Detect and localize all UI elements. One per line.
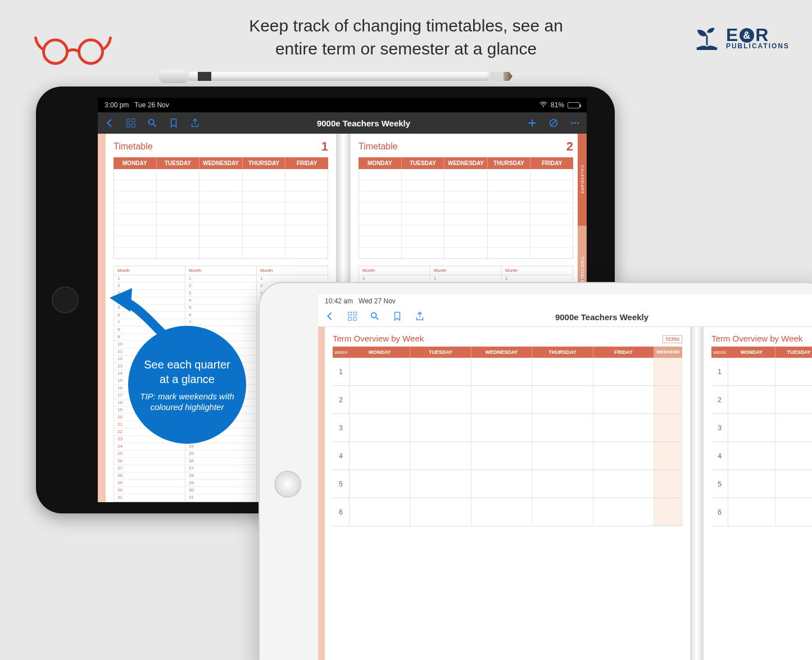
wifi-icon xyxy=(539,101,547,110)
svg-rect-4 xyxy=(132,119,135,122)
share-button[interactable] xyxy=(190,118,200,128)
svg-rect-12 xyxy=(348,312,351,315)
add-button[interactable] xyxy=(527,118,537,128)
col-fri: FRIDAY xyxy=(593,347,654,358)
more-button[interactable] xyxy=(570,118,580,128)
svg-point-16 xyxy=(371,313,376,318)
ipad-silver-screen: 10:42 am Wed 27 Nov 9000e Teachers Weekl… xyxy=(318,294,812,660)
brand-logo: E & R PUBLICATIONS xyxy=(693,25,790,52)
svg-rect-15 xyxy=(353,317,356,320)
app-toolbar: 9000e Teachers Weekly xyxy=(98,112,587,134)
brand-text: E & R PUBLICATIONS xyxy=(726,27,790,49)
col-thu: THURSDAY xyxy=(243,157,286,169)
battery-icon xyxy=(568,102,580,108)
grid-button[interactable] xyxy=(126,118,136,128)
search-button[interactable] xyxy=(370,311,380,323)
brand-sub: PUBLICATIONS xyxy=(726,43,790,49)
brand-r: R xyxy=(755,27,769,43)
col-weekend: WEEKEND xyxy=(654,347,682,358)
headline: Keep track of changing timetables, see a… xyxy=(249,15,563,60)
col-mon: MONDAY xyxy=(350,347,410,358)
page-left-number: 1 xyxy=(321,139,328,154)
page-right-number: 2 xyxy=(566,139,573,154)
col-wed: WEDNESDAY xyxy=(444,157,488,169)
svg-point-2 xyxy=(543,106,544,107)
col-mon: MONDAY xyxy=(359,157,402,169)
col-tue: TUESDAY xyxy=(775,347,812,358)
col-mon: MONDAY xyxy=(114,157,157,169)
bookmark-button[interactable] xyxy=(169,118,179,128)
back-button[interactable] xyxy=(105,118,115,128)
share-button[interactable] xyxy=(415,311,425,323)
headline-line1: Keep track of changing timetables, see a… xyxy=(249,15,563,38)
status-time: 10:42 am xyxy=(325,297,353,305)
svg-point-10 xyxy=(574,122,575,124)
grid-button[interactable] xyxy=(347,311,357,323)
col-fri: FRIDAY xyxy=(285,157,328,169)
svg-rect-14 xyxy=(348,317,351,320)
home-button[interactable] xyxy=(274,471,301,498)
brand-e: E xyxy=(726,27,738,43)
brand-amp: & xyxy=(740,28,754,43)
plant-book-icon xyxy=(693,25,720,52)
callout-arrow-icon xyxy=(107,284,180,345)
timetable-grid[interactable] xyxy=(114,169,328,259)
headline-line2: entire term or semester at a glance xyxy=(249,38,563,61)
callout-headline: See each quarter at a glance xyxy=(139,357,235,386)
svg-point-0 xyxy=(44,40,67,63)
term-overview-title: Term Overview by Week xyxy=(333,334,424,343)
status-date: Tue 26 Nov xyxy=(134,101,169,109)
svg-point-9 xyxy=(571,122,573,124)
home-button[interactable] xyxy=(52,286,79,313)
col-wed: WEDNESDAY xyxy=(471,347,532,358)
svg-rect-13 xyxy=(353,312,356,315)
timetable-header: MONDAY TUESDAY WEDNESDAY THURSDAY FRIDAY xyxy=(114,157,328,169)
edit-button[interactable] xyxy=(548,118,559,128)
col-fri: FRIDAY xyxy=(530,157,573,169)
svg-rect-6 xyxy=(132,124,135,127)
app-toolbar: 9000e Teachers Weekly xyxy=(318,308,812,327)
col-thu: THURSDAY xyxy=(532,347,593,358)
planner-spread[interactable]: Term Overview by Week TERM WEEK MONDAY T… xyxy=(318,327,812,660)
battery-pct: 81% xyxy=(551,101,564,109)
term-grid[interactable]: 123456 xyxy=(333,358,682,526)
timetable-grid[interactable] xyxy=(359,169,573,259)
term-label: TERM xyxy=(663,335,683,343)
svg-point-7 xyxy=(149,120,154,125)
status-date: Wed 27 Nov xyxy=(359,297,396,305)
col-wed: WEDNESDAY xyxy=(199,157,243,169)
apple-pencil xyxy=(158,66,512,87)
col-tue: TUESDAY xyxy=(410,347,471,358)
term-grid-header: WEEK MONDAY TUESDAY WEDNESDAY THURSDAY F… xyxy=(333,347,682,358)
col-tue: TUESDAY xyxy=(157,157,200,169)
status-time: 3:00 pm xyxy=(105,101,129,109)
wk-header: WEEK xyxy=(333,347,350,358)
back-button[interactable] xyxy=(325,311,335,323)
timetable-header: MONDAY TUESDAY WEDNESDAY THURSDAY FRIDAY xyxy=(359,157,573,169)
wk-header: WEEK xyxy=(711,347,728,358)
page-right: Term Overview by Week WEEK MONDAY TUESDA… xyxy=(704,327,812,660)
callout-tip: TIP: mark weekends with coloured highlig… xyxy=(139,391,235,413)
term-overview-title: Term Overview by Week xyxy=(711,334,802,343)
svg-point-11 xyxy=(577,122,579,124)
status-bar: 3:00 pm Tue 26 Nov 81% xyxy=(98,98,587,112)
page-left-title: Timetable xyxy=(114,142,153,152)
svg-point-1 xyxy=(79,40,103,63)
col-thu: THURSDAY xyxy=(488,157,531,169)
svg-rect-5 xyxy=(127,124,130,127)
ipad-silver: 10:42 am Wed 27 Nov 9000e Teachers Weekl… xyxy=(258,282,812,660)
svg-rect-3 xyxy=(127,119,130,122)
status-bar: 10:42 am Wed 27 Nov xyxy=(318,294,812,308)
col-tue: TUESDAY xyxy=(402,157,445,169)
page-right-title: Timetable xyxy=(359,142,398,152)
page-left: Term Overview by Week TERM WEEK MONDAY T… xyxy=(325,327,690,660)
term-grid[interactable]: 123456 xyxy=(711,358,812,526)
tab-calendars[interactable]: CALENDARS xyxy=(578,134,587,226)
bookmark-button[interactable] xyxy=(392,311,402,323)
term-grid-header: WEEK MONDAY TUESDAY xyxy=(711,347,812,358)
col-mon: MONDAY xyxy=(728,347,775,358)
glasses-icon xyxy=(34,28,112,67)
document-title: 9000e Teachers Weekly xyxy=(317,119,410,128)
document-title: 9000e Teachers Weekly xyxy=(555,312,648,322)
search-button[interactable] xyxy=(147,118,157,128)
